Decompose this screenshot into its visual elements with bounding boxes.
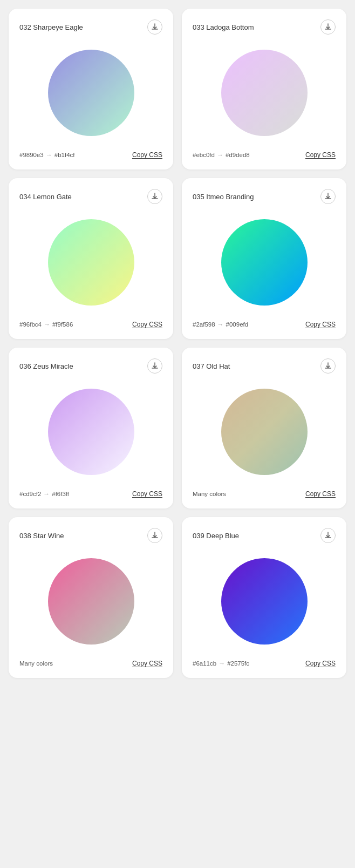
- card-title: 039 Deep Blue: [193, 532, 239, 540]
- gradient-circle: [48, 558, 134, 645]
- gradient-circle: [48, 219, 134, 306]
- download-icon: [151, 193, 159, 200]
- card-036: 036 Zeus Miracle #cd9cf2 → #f6f3ffCopy C…: [9, 348, 173, 508]
- card-footer: Many colorsCopy CSS: [19, 660, 162, 667]
- color-info: Many colors: [193, 491, 226, 497]
- download-button[interactable]: [147, 528, 162, 543]
- gradient-circle: [48, 389, 134, 475]
- circle-container: [193, 380, 336, 484]
- download-button[interactable]: [320, 19, 336, 35]
- download-icon: [151, 23, 159, 31]
- card-039: 039 Deep Blue #6a11cb → #2575fcCopy CSS: [182, 517, 346, 678]
- card-header: 036 Zeus Miracle: [19, 358, 162, 374]
- card-038: 038 Star Wine Many colorsCopy CSS: [9, 517, 173, 678]
- circle-container: [193, 41, 336, 145]
- download-button[interactable]: [320, 528, 336, 543]
- download-icon: [324, 362, 332, 370]
- download-icon: [324, 532, 332, 539]
- card-037: 037 Old Hat Many colorsCopy CSS: [182, 348, 346, 508]
- copy-css-button[interactable]: Copy CSS: [305, 490, 336, 498]
- copy-css-button[interactable]: Copy CSS: [132, 490, 162, 498]
- arrow-icon: →: [219, 660, 225, 667]
- gradient-circle: [221, 558, 308, 645]
- gradient-circle: [48, 50, 134, 136]
- card-footer: Many colorsCopy CSS: [193, 490, 336, 498]
- gradient-circle: [221, 50, 308, 136]
- color-to: #f6f3ff: [52, 491, 69, 497]
- color-to: #f9f586: [52, 321, 73, 328]
- card-034: 034 Lemon Gate #96fbc4 → #f9f586Copy CSS: [9, 178, 173, 339]
- download-icon: [324, 23, 332, 31]
- color-info: #cd9cf2 → #f6f3ff: [19, 490, 69, 498]
- card-header: 038 Star Wine: [19, 528, 162, 543]
- card-footer: #cd9cf2 → #f6f3ffCopy CSS: [19, 490, 162, 498]
- download-button[interactable]: [147, 19, 162, 35]
- card-title: 034 Lemon Gate: [19, 193, 72, 201]
- card-footer: #9890e3 → #b1f4cfCopy CSS: [19, 151, 162, 159]
- arrow-icon: →: [43, 490, 50, 498]
- card-footer: #2af598 → #009efdCopy CSS: [193, 321, 336, 328]
- copy-css-button[interactable]: Copy CSS: [305, 321, 336, 328]
- download-button[interactable]: [320, 189, 336, 204]
- color-info: #2af598 → #009efd: [193, 321, 248, 328]
- card-footer: #ebc0fd → #d9ded8Copy CSS: [193, 151, 336, 159]
- color-info: Many colors: [19, 660, 53, 667]
- color-from: #2af598: [193, 321, 215, 328]
- color-info: #6a11cb → #2575fc: [193, 660, 249, 667]
- card-title: 037 Old Hat: [193, 362, 230, 370]
- circle-container: [19, 211, 162, 314]
- download-button[interactable]: [147, 189, 162, 204]
- arrow-icon: →: [217, 151, 223, 159]
- card-header: 037 Old Hat: [193, 358, 336, 374]
- color-from: #6a11cb: [193, 660, 216, 667]
- color-from: #9890e3: [19, 152, 44, 158]
- card-footer: #6a11cb → #2575fcCopy CSS: [193, 660, 336, 667]
- gradient-circle: [221, 389, 308, 475]
- copy-css-button[interactable]: Copy CSS: [305, 660, 336, 667]
- card-title: 038 Star Wine: [19, 532, 64, 540]
- copy-css-button[interactable]: Copy CSS: [132, 321, 162, 328]
- color-to: #2575fc: [227, 660, 249, 667]
- card-title: 033 Ladoga Bottom: [193, 23, 254, 31]
- color-info: #96fbc4 → #f9f586: [19, 321, 73, 328]
- download-button[interactable]: [320, 358, 336, 374]
- card-032: 032 Sharpeye Eagle #9890e3 → #b1f4cfCopy…: [9, 9, 173, 169]
- circle-container: [19, 41, 162, 145]
- color-to: #009efd: [226, 321, 249, 328]
- card-footer: #96fbc4 → #f9f586Copy CSS: [19, 321, 162, 328]
- card-header: 039 Deep Blue: [193, 528, 336, 543]
- circle-container: [193, 550, 336, 653]
- card-title: 032 Sharpeye Eagle: [19, 23, 83, 31]
- card-035: 035 Itmeo Branding #2af598 → #009efdCopy…: [182, 178, 346, 339]
- download-icon: [324, 193, 332, 200]
- copy-css-button[interactable]: Copy CSS: [132, 660, 162, 667]
- download-button[interactable]: [147, 358, 162, 374]
- circle-container: [19, 380, 162, 484]
- copy-css-button[interactable]: Copy CSS: [132, 151, 162, 159]
- download-icon: [151, 362, 159, 370]
- circle-container: [19, 550, 162, 653]
- card-title: 035 Itmeo Branding: [193, 193, 254, 201]
- color-info: #ebc0fd → #d9ded8: [193, 151, 250, 159]
- color-to: #d9ded8: [226, 152, 250, 158]
- arrow-icon: →: [44, 321, 50, 328]
- card-title: 036 Zeus Miracle: [19, 362, 73, 370]
- card-header: 032 Sharpeye Eagle: [19, 19, 162, 35]
- card-header: 033 Ladoga Bottom: [193, 19, 336, 35]
- color-from: #ebc0fd: [193, 152, 215, 158]
- arrow-icon: →: [46, 151, 52, 159]
- color-info: #9890e3 → #b1f4cf: [19, 151, 75, 159]
- card-header: 034 Lemon Gate: [19, 189, 162, 204]
- color-from: #96fbc4: [19, 321, 42, 328]
- card-header: 035 Itmeo Branding: [193, 189, 336, 204]
- color-from: #cd9cf2: [19, 491, 41, 497]
- gradient-grid: 032 Sharpeye Eagle #9890e3 → #b1f4cfCopy…: [0, 0, 355, 687]
- download-icon: [151, 532, 159, 539]
- color-to: #b1f4cf: [54, 152, 75, 158]
- arrow-icon: →: [217, 321, 224, 328]
- gradient-circle: [221, 219, 308, 306]
- circle-container: [193, 211, 336, 314]
- copy-css-button[interactable]: Copy CSS: [305, 151, 336, 159]
- card-033: 033 Ladoga Bottom #ebc0fd → #d9ded8Copy …: [182, 9, 346, 169]
